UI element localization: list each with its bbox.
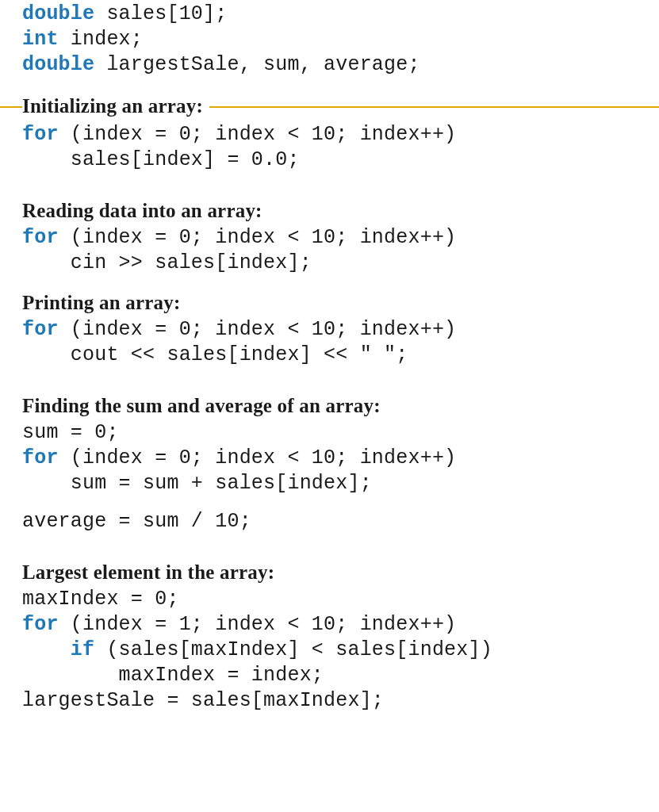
code-text: (sales[maxIndex] < sales[index]) xyxy=(94,638,492,661)
code-sum-average: sum = 0; for (index = 0; index < 10; ind… xyxy=(22,420,643,496)
code-text: sales[10]; xyxy=(94,2,227,25)
code-average: average = sum / 10; xyxy=(22,509,643,534)
code-text: sum = sum + sales[index]; xyxy=(22,472,372,495)
keyword-for: for xyxy=(22,446,59,469)
code-text: (index = 0; index < 10; index++) xyxy=(59,123,457,146)
heading-reading: Reading data into an array: xyxy=(22,200,643,222)
code-text: cin >> sales[index]; xyxy=(22,251,312,274)
keyword-double: double xyxy=(22,2,94,25)
section-rule: Initializing an array: xyxy=(0,95,659,119)
heading-initializing: Initializing an array: xyxy=(22,95,209,117)
code-text: (index = 1; index < 10; index++) xyxy=(59,613,457,636)
code-text: (index = 0; index < 10; index++) xyxy=(59,446,457,469)
code-text: sum = 0; xyxy=(22,421,119,444)
code-text: cout << sales[index] << " "; xyxy=(22,343,408,366)
code-text: maxIndex = index; xyxy=(22,664,324,687)
code-text: largestSale, sum, average; xyxy=(94,53,420,76)
keyword-for: for xyxy=(22,123,59,146)
code-text: sales[index] = 0.0; xyxy=(22,148,300,171)
code-text xyxy=(22,638,71,661)
keyword-for: for xyxy=(22,318,59,341)
code-text: (index = 0; index < 10; index++) xyxy=(59,318,457,341)
code-declarations: double sales[10]; int index; double larg… xyxy=(22,2,643,78)
code-text: average = sum / 10; xyxy=(22,510,251,533)
keyword-double: double xyxy=(22,53,94,76)
code-text: index; xyxy=(59,28,143,51)
keyword-int: int xyxy=(22,28,59,51)
code-initializing: for (index = 0; index < 10; index++) sal… xyxy=(22,122,643,173)
keyword-for: for xyxy=(22,226,59,249)
heading-largest: Largest element in the array: xyxy=(22,561,643,584)
keyword-for: for xyxy=(22,613,59,636)
keyword-if: if xyxy=(71,638,94,661)
code-largest: maxIndex = 0; for (index = 1; index < 10… xyxy=(22,587,643,714)
code-text: maxIndex = 0; xyxy=(22,588,179,611)
heading-sum-average: Finding the sum and average of an array: xyxy=(22,395,643,417)
code-text: largestSale = sales[maxIndex]; xyxy=(22,689,384,712)
code-text: (index = 0; index < 10; index++) xyxy=(59,226,457,249)
code-printing: for (index = 0; index < 10; index++) cou… xyxy=(22,317,643,368)
heading-printing: Printing an array: xyxy=(22,292,643,314)
code-reading: for (index = 0; index < 10; index++) cin… xyxy=(22,225,643,276)
